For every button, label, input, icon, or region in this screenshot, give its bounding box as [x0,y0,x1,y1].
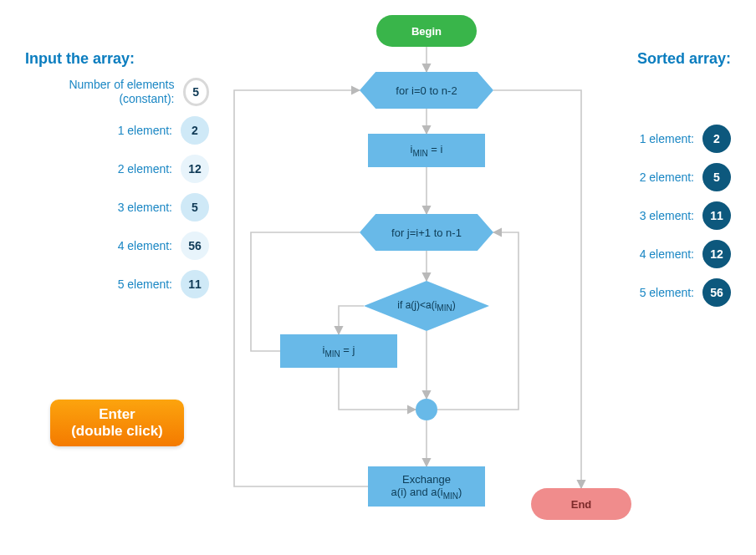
output-row: 2 element: 5 [564,163,731,191]
enter-button-line1: Enter [99,406,135,423]
txt-sub: MIN [443,491,458,500]
output-row-value: 12 [702,240,731,268]
txt-sub: MIN [412,149,427,158]
input-row: 3 element: 5 [25,193,209,221]
txt: a(i) and a(i [391,486,443,498]
txt: = j [340,344,355,356]
output-row-label: 2 element: [640,171,694,185]
output-row-value: 5 [702,163,731,191]
loop-inner: for j=i+1 to n-1 [360,214,493,251]
output-row: 1 element: 2 [564,125,731,153]
output-title: Sorted array: [564,50,731,68]
output-row-label: 5 element: [640,286,694,300]
txt-sub: MIN [437,303,452,313]
input-row-label: 2 element: [118,162,172,176]
terminator-end: End [531,488,631,520]
input-row: 2 element: 12 [25,155,209,183]
input-row-label: 1 element: [118,124,172,138]
output-row-value: 11 [702,201,731,230]
input-row-label: 5 element: [118,278,172,292]
process-imin-i: iMIN = i [368,134,485,167]
connector [416,399,437,420]
output-row-label: 4 element: [640,247,694,262]
txt-sub: MIN [324,349,340,359]
exchange-line1: Exchange [402,473,451,486]
loop-outer: for i=0 to n-2 [360,72,493,109]
txt: ) [452,299,456,311]
txt: = i [428,143,443,155]
input-row: 4 element: 56 [25,232,209,260]
output-row: 3 element: 11 [564,201,731,230]
terminator-begin: Begin [376,15,477,47]
decision-compare: if a(j)<a(iMIN) [364,281,489,331]
txt: if a(j)<a(i [397,299,437,311]
input-panel: Input the array: Number of elements (con… [25,50,209,308]
input-row: 1 element: 2 [25,116,209,145]
input-row-label: 4 element: [118,239,172,253]
input-title: Input the array: [25,50,209,68]
output-panel: Sorted array: 1 element: 2 2 element: 5 … [564,50,731,317]
constant-label: Number of elements (constant): [25,78,175,106]
output-row-label: 3 element: [640,209,694,223]
enter-button-line2: (double click) [71,423,163,440]
output-row: 4 element: 12 [564,240,731,268]
enter-button[interactable]: Enter (double click) [50,400,184,446]
input-row: 5 element: 11 [25,270,209,298]
constant-row: Number of elements (constant): 5 [25,78,209,106]
txt: ) [458,486,462,498]
output-row-label: 1 element: [640,132,694,146]
process-imin-j: iMIN = j [280,334,397,368]
output-row: 5 element: 56 [564,278,731,307]
flowchart: Begin for i=0 to n-2 iMIN = i for j=i+1 … [201,0,585,555]
process-exchange: Exchange a(i) and a(iMIN) [368,466,485,507]
output-row-value: 56 [702,278,731,307]
output-row-value: 2 [702,125,731,153]
input-row-label: 3 element: [118,201,172,215]
